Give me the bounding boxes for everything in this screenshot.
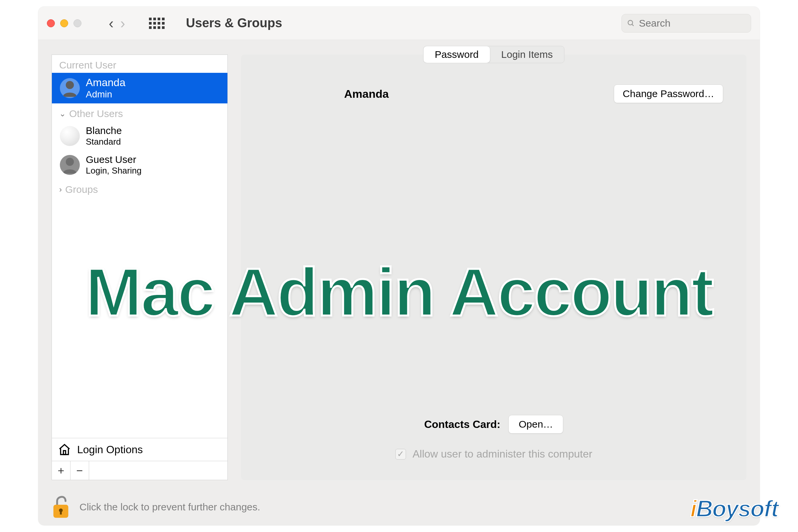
close-window-button[interactable] <box>47 19 55 27</box>
selected-user-name: Amanda <box>344 88 389 100</box>
login-options-button[interactable]: Login Options <box>52 438 227 461</box>
zoom-window-button[interactable] <box>74 19 81 27</box>
svg-rect-4 <box>63 451 66 455</box>
svg-rect-8 <box>60 511 62 514</box>
search-input[interactable] <box>639 18 745 29</box>
search-field[interactable] <box>622 14 751 33</box>
avatar-icon <box>60 78 80 98</box>
main-panel: Password Login Items Amanda Change Passw… <box>241 55 746 480</box>
svg-point-0 <box>628 20 633 25</box>
users-sidebar: Current User Amanda Admin ⌄ Other Users <box>52 55 228 480</box>
add-user-button[interactable]: + <box>52 461 71 480</box>
user-role: Login, Sharing <box>86 166 141 176</box>
lock-hint-text: Click the lock to prevent further change… <box>79 501 260 513</box>
lock-button[interactable] <box>52 495 70 519</box>
change-password-button[interactable]: Change Password… <box>614 84 723 103</box>
traffic-lights <box>47 19 81 27</box>
avatar-icon <box>60 126 80 146</box>
user-role: Standard <box>86 137 122 147</box>
user-name: Guest User <box>86 154 141 166</box>
svg-point-3 <box>66 158 74 166</box>
sidebar-user-other[interactable]: Blanche Standard <box>52 121 227 150</box>
admin-checkbox[interactable]: ✓ <box>395 449 406 459</box>
add-remove-row: + − <box>52 461 227 480</box>
section-current-user: Current User <box>52 55 227 73</box>
chevron-right-icon: › <box>59 185 62 194</box>
search-icon <box>627 19 635 27</box>
window-toolbar: ‹ › Users & Groups <box>38 7 760 40</box>
minimize-window-button[interactable] <box>60 19 68 27</box>
show-all-icon[interactable] <box>149 18 165 29</box>
preferences-window: ‹ › Users & Groups Current User <box>38 7 760 525</box>
remove-user-button[interactable]: − <box>71 461 89 480</box>
section-other-users[interactable]: ⌄ Other Users <box>52 103 227 121</box>
back-button[interactable]: ‹ <box>109 16 114 31</box>
unlock-icon <box>52 495 70 519</box>
tab-login-items[interactable]: Login Items <box>490 46 564 63</box>
user-role: Admin <box>86 89 125 100</box>
forward-button[interactable]: › <box>120 16 125 31</box>
tabs: Password Login Items <box>423 46 565 63</box>
watermark: iBoysoft <box>690 495 778 522</box>
window-footer: Click the lock to prevent further change… <box>38 489 760 525</box>
svg-line-1 <box>632 24 634 25</box>
admin-checkbox-row: ✓ Allow user to administer this computer <box>241 448 746 460</box>
chevron-down-icon: ⌄ <box>59 109 66 118</box>
open-contacts-button[interactable]: Open… <box>508 415 563 434</box>
sidebar-user-guest[interactable]: Guest User Login, Sharing <box>52 150 227 179</box>
home-icon <box>58 443 71 456</box>
user-name: Blanche <box>86 125 122 137</box>
contacts-card-row: Contacts Card: Open… <box>241 415 746 434</box>
contacts-card-label: Contacts Card: <box>424 418 500 431</box>
user-name: Amanda <box>86 76 125 89</box>
window-title: Users & Groups <box>186 16 282 30</box>
avatar-icon <box>60 155 80 175</box>
sidebar-user-current[interactable]: Amanda Admin <box>52 73 227 103</box>
nav-buttons: ‹ › <box>109 16 125 31</box>
tab-password[interactable]: Password <box>424 46 490 63</box>
window-body: Current User Amanda Admin ⌄ Other Users <box>38 40 760 489</box>
admin-checkbox-label: Allow user to administer this computer <box>413 448 592 460</box>
section-groups[interactable]: › Groups <box>52 179 227 197</box>
svg-point-2 <box>66 81 74 89</box>
